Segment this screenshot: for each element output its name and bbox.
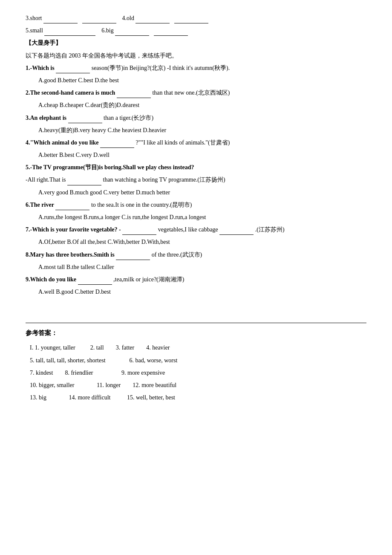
section-title: 【大显身手】 [26,38,366,48]
blank-q7a [122,228,156,235]
ans-row2-1: 5. tall, tall, tall, shorter, shortest [30,357,106,364]
q1-mid: season(季节)in Beijing?(北京) -I think it's … [92,65,230,71]
blank-4b [174,17,208,23]
question-9: 9.Which do you like ,tea,milk or juice?(… [26,274,366,285]
intro-text: 以下各题均选自 2003 年全国各地中考试题，来练练手吧。 [26,50,366,61]
blank-6a [115,29,149,36]
q7-mid: vegetables,I like cabbage [158,226,218,233]
exercise-line2: 5.small 6.big [26,25,366,36]
q5b-text: -All right.That is [26,176,66,183]
q9-text: 9.Which do you like [26,276,76,283]
question-2: 2.The second-hand camera is much than th… [26,87,366,98]
question-5a: 5.-The TV programme(节目)is boring.Shall w… [26,162,366,173]
q4-options: A.better B.best C.very D.well [26,150,366,160]
q6-text: 6.The river [26,202,54,208]
q6-mid: to the sea.It is one in the country.(昆明市… [91,202,192,208]
ans-row3-3: 9. more expensive [121,370,165,376]
q4-mid: ?""I like all kinds of animals."(甘肃省) [136,139,230,146]
blank-q3 [68,116,102,123]
ans-row5-1: 13. big [30,394,46,401]
blank-6b [154,29,188,36]
question-6: 6.The river to the sea.It is one in the … [26,199,366,210]
ans-row3-1: 7. kindest [30,370,53,376]
q1-text: 1.-Which is [26,65,55,71]
q2-options: A.cheap B.cheaper C.dear(贵的)D.dearest [26,100,366,110]
answer-row2: 5. tall, tall, tall, shorter, shortest 6… [26,355,366,366]
question-8: 8.Mary has three brothers.Smith is of th… [26,249,366,260]
q9-options: A.well B.good C.better D.best [26,286,366,297]
blank-q8 [116,253,150,260]
q7-options: A.Of,better B.Of all the,best C.With,bet… [26,237,366,247]
blank-q9 [78,278,112,285]
answer-title: 参考答案： [26,327,366,339]
page-content: 3.short 4.old 5.small 6.big 【大显身手】 以下各题均… [26,13,366,403]
exercise-line1: 3.short 4.old [26,13,366,23]
blank-4a [135,17,170,23]
ans-row3-2: 8. friendlier [65,370,93,376]
ans-row4-1: 10. bigger, smaller [30,382,74,388]
q3-mid: than a tiger.(长沙市) [104,115,153,121]
ans-row5-3: 15. well, better, best [127,394,175,401]
question-7: 7.-Which is your favorite vegetable? - v… [26,224,366,235]
question-4: 4."Which animal do you like ?""I like al… [26,137,366,148]
blank-q7b [219,228,254,235]
label-4old: 4.old [122,15,134,21]
blank-q6 [55,203,89,210]
q3-text: 3.An elephant is [26,115,66,121]
q2-text: 2.The second-hand camera is much [26,90,115,96]
blank-5 [44,29,95,36]
label-6big: 6.big [101,27,113,34]
blank-q5 [67,179,101,185]
q5-options: A.very good B.much good C.very better D.… [26,187,366,198]
label-5small: 5.small [26,27,43,34]
q7-text: 7.-Which is your favorite vegetable? - [26,226,121,233]
q3-options: A.heavy(重的)B.very heavy C.the heaviest D… [26,125,366,136]
q2-mid: than that new one.(北京西城区) [152,90,230,96]
q5-mid: than watching a boring TV programme.(江苏扬… [103,176,225,183]
q5-text: 5.-The TV programme(节目)is boring.Shall w… [26,164,194,171]
q4-text: 4."Which animal do you like [26,139,99,146]
ans-row1-label: I. 1. younger, taller [30,344,75,351]
question-3: 3.An elephant is than a tiger.(长沙市) [26,113,366,123]
q8-text: 8.Mary has three brothers.Smith is [26,251,115,258]
answer-row5: 13. big 14. more difficult 15. well, bet… [26,392,366,403]
blank-q1 [56,66,90,73]
answer-section: 参考答案： I. 1. younger, taller 2. tall 3. f… [26,323,366,403]
q8-options: A.most tall B.the tallest C.taller [26,262,366,272]
question-1: 1.-Which is season(季节)in Beijing?(北京) -I… [26,63,366,73]
ans-row4-2: 11. longer [97,382,121,388]
blank-3b [82,17,116,23]
question-5b: -All right.That is than watching a borin… [26,174,366,185]
q6-options: A.runs,the longest B.runs,a longer C.is … [26,212,366,223]
q8-mid: of the three.(武汉市) [152,251,202,258]
ans-row5-2: 14. more difficult [69,394,110,401]
q1-options: A.good B.better C.best D.the best [26,75,366,86]
blank-q4 [100,141,134,148]
ans-row2-2: 6. bad, worse, worst [130,357,178,364]
answer-row3: 7. kindest 8. friendlier 9. more expensi… [26,367,366,378]
ans-row1-2: 2. tall [90,344,104,351]
ans-row1-3: 3. fatter [116,344,135,351]
answer-row4: 10. bigger, smaller 11. longer 12. more … [26,380,366,390]
answer-row1: I. 1. younger, taller 2. tall 3. fatter … [26,342,366,353]
blank-3a [43,17,78,23]
q9-mid: ,tea,milk or juice?(湖南湘潭) [113,276,184,283]
ans-row1-4: 4. heavier [146,344,170,351]
label-3short: 3.short [26,15,42,21]
ans-row4-3: 12. more beautiful [133,382,176,388]
blank-q2 [117,91,151,98]
q7-end: .(江苏苏州) [255,226,285,233]
